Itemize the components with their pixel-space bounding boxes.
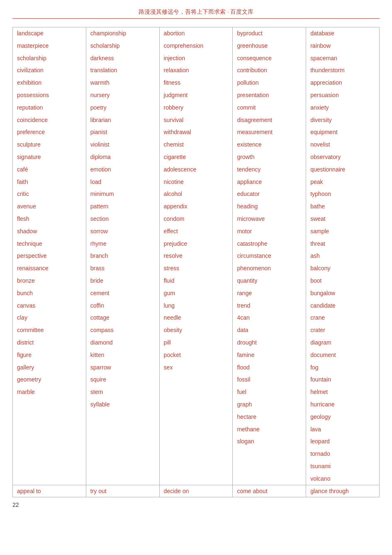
word-cell: shadow bbox=[17, 227, 82, 237]
word-cell: sculpture bbox=[17, 140, 82, 150]
word-cell: stem bbox=[90, 387, 155, 397]
word-cell: robbery bbox=[164, 103, 229, 113]
word-cell: librarian bbox=[90, 115, 155, 125]
footer-cell: come about bbox=[233, 485, 306, 497]
word-cell: tsunami bbox=[310, 462, 375, 472]
word-cell: bathe bbox=[310, 202, 375, 212]
word-cell: methane bbox=[237, 425, 302, 435]
word-cell: load bbox=[90, 177, 155, 187]
footer-cell: glance through bbox=[306, 485, 380, 497]
word-cell: flesh bbox=[17, 214, 82, 224]
word-cell: coffin bbox=[90, 301, 155, 311]
word-cell: catastrophe bbox=[237, 239, 302, 249]
word-cell: signature bbox=[17, 152, 82, 162]
footer-row: appeal totry outdecide oncome aboutglanc… bbox=[13, 485, 380, 497]
word-cell: fluid bbox=[164, 276, 229, 286]
word-cell: leopard bbox=[310, 437, 375, 447]
word-cell: measurement bbox=[237, 127, 302, 137]
word-cell: motor bbox=[237, 227, 302, 237]
word-cell: stress bbox=[164, 264, 229, 274]
word-cell: helmet bbox=[310, 387, 375, 397]
word-cell: gallery bbox=[17, 363, 82, 373]
word-cell: warmth bbox=[90, 78, 155, 88]
word-cell: abortion bbox=[164, 29, 229, 39]
word-cell: pollution bbox=[237, 78, 302, 88]
word-cell: condom bbox=[164, 214, 229, 224]
word-cell: diversity bbox=[310, 115, 375, 125]
word-cell: balcony bbox=[310, 264, 375, 274]
word-cell: fuel bbox=[237, 387, 302, 397]
word-cell: fog bbox=[310, 363, 375, 373]
word-cell: lung bbox=[164, 301, 229, 311]
word-cell: 4can bbox=[237, 313, 302, 323]
word-cell: cigarette bbox=[164, 152, 229, 162]
word-cell: chemist bbox=[164, 140, 229, 150]
word-cell: alcohol bbox=[164, 189, 229, 199]
word-cell: coincidence bbox=[17, 115, 82, 125]
word-cell: faith bbox=[17, 177, 82, 187]
word-cell: pianist bbox=[90, 127, 155, 137]
word-cell: prejudice bbox=[164, 239, 229, 249]
word-cell: drought bbox=[237, 338, 302, 348]
word-table: landscapechampionshipabortionbyproductda… bbox=[12, 27, 380, 497]
word-cell: marble bbox=[17, 387, 82, 397]
word-cell: heading bbox=[237, 202, 302, 212]
word-cell: adolescence bbox=[164, 165, 229, 175]
word-cell: nursery bbox=[90, 90, 155, 100]
word-cell: phenomenon bbox=[237, 264, 302, 274]
word-cell: pattern bbox=[90, 202, 155, 212]
word-cell: squire bbox=[90, 375, 155, 385]
word-cell: trend bbox=[237, 301, 302, 311]
word-cell: section bbox=[90, 214, 155, 224]
word-cell: rhyme bbox=[90, 239, 155, 249]
word-cell: database bbox=[310, 29, 375, 39]
word-cell: renaissance bbox=[17, 264, 82, 274]
word-cell: resolve bbox=[164, 251, 229, 261]
word-cell: injection bbox=[164, 54, 229, 64]
word-cell: diploma bbox=[90, 152, 155, 162]
word-cell: growth bbox=[237, 152, 302, 162]
word-cell: pill bbox=[164, 338, 229, 348]
word-cell: crater bbox=[310, 325, 375, 335]
word-cell: appliance bbox=[237, 177, 302, 187]
word-cell: tornado bbox=[310, 449, 375, 459]
word-cell: pocket bbox=[164, 350, 229, 360]
word-cell: sorrow bbox=[90, 227, 155, 237]
word-cell: sample bbox=[310, 227, 375, 237]
word-cell: typhoon bbox=[310, 189, 375, 199]
word-cell: boot bbox=[310, 276, 375, 286]
word-cell: needle bbox=[164, 313, 229, 323]
word-cell: volcano bbox=[310, 474, 375, 484]
word-cell: rainbow bbox=[310, 41, 375, 51]
word-cell: bunch bbox=[17, 289, 82, 298]
word-cell: lava bbox=[310, 425, 375, 435]
word-cell: preference bbox=[17, 127, 82, 137]
word-cell: diamond bbox=[90, 338, 155, 348]
word-cell: perspective bbox=[17, 251, 82, 261]
word-cell: judgment bbox=[164, 90, 229, 100]
word-cell: relaxation bbox=[164, 66, 229, 76]
word-cell: landscape bbox=[17, 29, 82, 39]
footer-cell: decide on bbox=[159, 485, 233, 497]
word-cell: fitness bbox=[164, 78, 229, 88]
word-cell: bungalow bbox=[310, 289, 375, 298]
word-cell: scholarship bbox=[17, 54, 82, 64]
word-cell: possessions bbox=[17, 90, 82, 100]
word-cell: syllable bbox=[90, 400, 155, 410]
word-cell: contribution bbox=[237, 66, 302, 76]
word-cell: geometry bbox=[17, 375, 82, 385]
word-cell: effect bbox=[164, 227, 229, 237]
word-cell: commit bbox=[237, 103, 302, 113]
word-cell: sparrow bbox=[90, 363, 155, 373]
word-cell: graph bbox=[237, 400, 302, 410]
word-cell: equipment bbox=[310, 127, 375, 137]
word-cell: canvas bbox=[17, 301, 82, 311]
word-cell: diagram bbox=[310, 338, 375, 348]
word-cell: sweat bbox=[310, 214, 375, 224]
word-cell: clay bbox=[17, 313, 82, 323]
footer-cell: appeal to bbox=[13, 485, 86, 497]
word-cell: existence bbox=[237, 140, 302, 150]
word-cell: candidate bbox=[310, 301, 375, 311]
word-cell: data bbox=[237, 325, 302, 335]
word-cell: hectare bbox=[237, 412, 302, 422]
